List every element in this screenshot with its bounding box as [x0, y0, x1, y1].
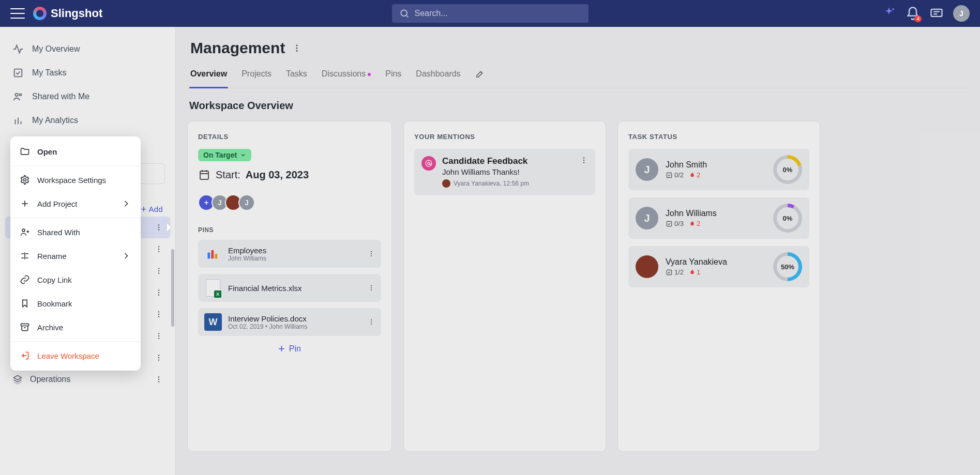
ctx-bookmark[interactable]: Bookmark: [10, 292, 141, 315]
svg-point-18: [158, 249, 159, 250]
tab-projects[interactable]: Projects: [240, 64, 273, 88]
kebab-icon[interactable]: [155, 375, 163, 384]
flame-icon: [689, 220, 696, 227]
sidebar-item-shared-with-me[interactable]: Shared with Me: [5, 85, 170, 109]
notification-bell-icon[interactable]: 4: [906, 6, 920, 21]
users-icon: [12, 91, 24, 102]
member-avatars[interactable]: + J J: [198, 194, 381, 211]
sidebar-scrollbar[interactable]: [171, 249, 174, 327]
user-avatar-icon: J: [636, 207, 658, 229]
svg-rect-6: [14, 69, 22, 77]
svg-point-8: [20, 94, 22, 96]
tab-pins[interactable]: Pins: [384, 64, 402, 88]
ctx-copy-link[interactable]: Copy Link: [10, 268, 141, 292]
svg-point-37: [158, 355, 159, 356]
kebab-icon[interactable]: [155, 310, 163, 318]
chat-icon[interactable]: [929, 6, 944, 21]
svg-point-57: [371, 285, 372, 286]
member-avatar[interactable]: J: [238, 194, 255, 211]
ctx-rename[interactable]: Rename: [10, 244, 141, 268]
kebab-icon[interactable]: [368, 250, 375, 257]
mention-title: Candidate Feedback: [442, 156, 574, 166]
task-status-card: TASK STATUS JJohn Smith0/220%JJohn Willi…: [617, 121, 820, 452]
task-status-row[interactable]: Vyara Yanakieva1/2150%: [628, 246, 809, 287]
user-avatar[interactable]: J: [953, 5, 970, 22]
tab-tasks[interactable]: Tasks: [285, 64, 308, 88]
top-nav: Slingshot Search... 4 J: [0, 0, 980, 27]
svg-marker-40: [14, 376, 22, 380]
tab-overview[interactable]: Overview: [189, 64, 228, 88]
ai-sparkle-icon[interactable]: [882, 6, 896, 21]
flame-icon: [689, 172, 696, 178]
svg-point-60: [371, 319, 372, 320]
ctx-leave-workspace[interactable]: Leave Workspace: [10, 344, 141, 367]
menu-toggle-icon[interactable]: [10, 8, 25, 19]
add-workspace-link[interactable]: + Add: [141, 205, 163, 213]
kebab-icon[interactable]: [292, 43, 301, 53]
kebab-icon[interactable]: [155, 245, 163, 253]
svg-point-58: [371, 287, 372, 288]
svg-rect-69: [667, 221, 671, 226]
ctx-archive[interactable]: Archive: [10, 315, 141, 339]
pin-item[interactable]: XFinancial Metrics.xlsx: [198, 274, 381, 302]
svg-point-34: [158, 335, 159, 336]
kebab-icon[interactable]: [580, 156, 588, 164]
ctx-shared-with[interactable]: Shared With: [10, 220, 141, 244]
sidebar-item-my-overview[interactable]: My Overview: [5, 37, 170, 61]
svg-point-46: [296, 50, 298, 52]
sidebar-item-my-tasks[interactable]: My Tasks: [5, 61, 170, 85]
kebab-icon[interactable]: [155, 223, 163, 232]
svg-point-56: [371, 255, 372, 256]
svg-point-45: [296, 48, 298, 49]
kebab-icon[interactable]: [368, 284, 375, 292]
ctx-add-project[interactable]: Add Project: [10, 192, 141, 216]
svg-point-43: [158, 381, 159, 382]
status-pill[interactable]: On Target: [198, 149, 251, 161]
task-status-row[interactable]: JJohn Smith0/220%: [628, 149, 809, 190]
svg-point-25: [158, 289, 159, 290]
svg-point-14: [158, 227, 159, 228]
pins-heading: PINS: [198, 226, 381, 234]
kebab-icon[interactable]: [155, 332, 163, 340]
mention-body: John Williams Thanks!: [442, 167, 574, 176]
mini-avatar-icon: [442, 179, 450, 188]
tab-dashboards[interactable]: Dashboards: [415, 64, 461, 88]
svg-point-42: [158, 379, 159, 380]
kebab-icon[interactable]: [155, 267, 163, 275]
mention-item[interactable]: Candidate Feedback John Williams Thanks!…: [414, 149, 595, 195]
ctx-open[interactable]: Open: [10, 140, 141, 163]
edit-tabs-icon[interactable]: [474, 64, 486, 88]
page-title: Management: [190, 39, 285, 57]
task-status-row[interactable]: JJohn Williams0/320%: [628, 197, 809, 239]
app-logo[interactable]: Slingshot: [33, 7, 102, 20]
kebab-icon[interactable]: [155, 354, 163, 362]
svg-point-22: [158, 270, 159, 271]
sidebar-item-label: My Overview: [32, 44, 80, 54]
svg-point-15: [158, 229, 159, 230]
sidebar-item-my-analytics[interactable]: My Analytics: [5, 109, 170, 132]
svg-rect-51: [208, 253, 210, 259]
kebab-icon[interactable]: [155, 288, 163, 297]
search-input[interactable]: Search...: [392, 4, 589, 23]
pin-item[interactable]: EmployeesJohn Williams: [198, 240, 381, 268]
ctx-settings[interactable]: Workspace Settings: [10, 168, 141, 192]
tab-discussions[interactable]: Discussions: [321, 64, 372, 88]
svg-point-21: [158, 268, 159, 269]
flame-icon: [689, 269, 696, 275]
main-content: Management OverviewProjectsTasksDiscussi…: [176, 27, 980, 475]
workspace-context-menu: Open Workspace Settings Add Project Shar…: [10, 136, 141, 371]
svg-point-7: [16, 94, 19, 97]
svg-rect-82: [21, 324, 29, 326]
workspace-item[interactable]: Operations: [5, 369, 170, 390]
notification-badge: 4: [914, 16, 922, 22]
logo-mark-icon: [33, 7, 47, 20]
kebab-icon[interactable]: [368, 318, 375, 326]
user-avatar-icon: [636, 255, 658, 278]
svg-point-66: [583, 160, 584, 161]
search-icon: [399, 8, 410, 19]
file-type-icon: X: [204, 279, 222, 297]
tab-bar: OverviewProjectsTasksDiscussionsPinsDash…: [187, 64, 969, 88]
pin-item[interactable]: WInterview Policies.docxOct 02, 2019 • J…: [198, 308, 381, 336]
add-pin-button[interactable]: + Pin: [198, 344, 381, 354]
svg-point-65: [583, 157, 584, 158]
